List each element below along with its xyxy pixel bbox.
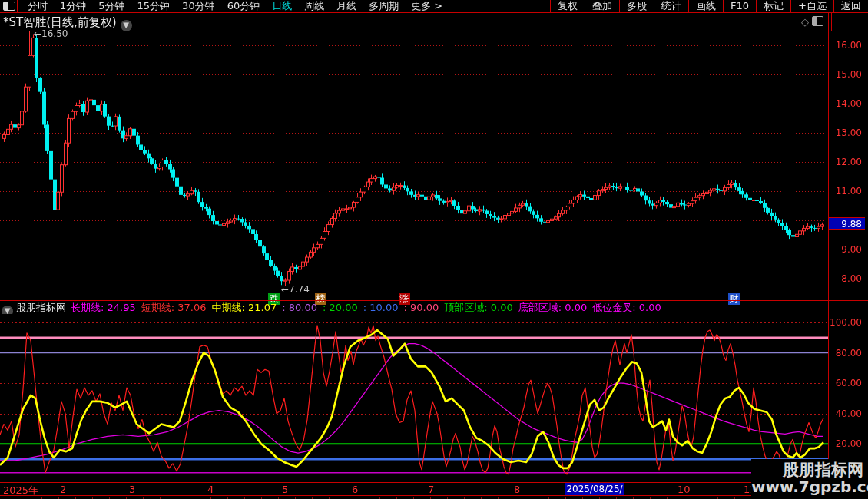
time-axis-month-2: 2 (60, 484, 66, 495)
time-axis-year-label: 2025年 (3, 484, 38, 497)
indicator-field-zhongqixian: 中期线: 21.07 (212, 302, 277, 313)
symbol-title-text: *ST智胜(日线,前复权) (3, 15, 117, 29)
indicator-source-label: 股朋指标网 (16, 302, 66, 313)
indicator-axis-label: 100.00 (830, 317, 862, 328)
indicator-field-diweijincha: 低位金叉: 0.00 (592, 302, 661, 313)
button-statistics[interactable]: 统计 (654, 0, 688, 12)
button-mark[interactable]: 标记 (756, 0, 790, 12)
indicator-field-dingbu: 顶部区域: 0.00 (444, 302, 512, 313)
tab-60min[interactable]: 60分钟 (221, 0, 267, 13)
button-fuquan[interactable]: 复权 (550, 0, 585, 12)
title-right-icons: ◇ (801, 16, 823, 28)
high-price-callout: ←16.50 (34, 28, 68, 39)
period-toolbar: 分时 1分钟 5分钟 15分钟 30分钟 60分钟 日线 周线 月线 多周期 更… (0, 0, 868, 12)
tab-5min[interactable]: 5分钟 (92, 0, 131, 13)
price-axis-label: 12.00 (830, 157, 862, 167)
button-back[interactable]: 返回 (833, 0, 868, 12)
window-layout-icon[interactable] (3, 2, 15, 11)
indicator-axis-label: 60.00 (830, 378, 862, 388)
indicator-field-80: : 80.00 (282, 302, 317, 313)
price-axis-label: 8.00 (830, 273, 862, 284)
time-axis-month-6: 6 (352, 484, 358, 495)
button-add-watchlist[interactable]: +自选 (790, 0, 833, 12)
split-panel-icon[interactable] (812, 16, 823, 26)
watermark: 股朋指标网 www.7gpzb.com (751, 459, 868, 499)
trading-app-window: 分时 1分钟 5分钟 15分钟 30分钟 60分钟 日线 周线 月线 多周期 更… (0, 0, 868, 499)
plot-right-border (828, 13, 829, 482)
price-axis-label: 11.00 (830, 186, 862, 197)
indicator-axis-label: 20.00 (830, 438, 862, 449)
indicator-field-duanqixian: 短期线: 37.06 (141, 302, 207, 313)
time-axis-month-10: 10 (678, 484, 691, 495)
time-axis-month-7: 7 (428, 484, 434, 495)
indicator-axis-label: 40.00 (830, 408, 862, 419)
indicator-collapse-icon[interactable]: ▼ (2, 306, 13, 314)
time-axis-month-5: 5 (282, 484, 288, 495)
symbol-title-bar: *ST智胜(日线,前复权)▼ ◇ (0, 13, 868, 31)
last-price-badge: 9.88 (829, 217, 865, 230)
price-axis-label: 14.00 (830, 98, 862, 109)
title-dropdown-icon[interactable]: ▼ (121, 20, 132, 31)
diamond-icon[interactable]: ◇ (801, 16, 812, 28)
title-divider (831, 13, 832, 31)
button-f10[interactable]: F10 (723, 0, 756, 12)
tab-weekly[interactable]: 周线 (298, 0, 330, 13)
tab-15min[interactable]: 15分钟 (131, 0, 177, 13)
indicator-field-changqixian: 长期线: 24.95 (71, 302, 136, 313)
watermark-site-url: www.7gpzb.com (751, 479, 868, 496)
time-axis-month-3: 3 (129, 484, 135, 495)
tab-more[interactable]: 更多 > (405, 0, 449, 13)
price-axis-label: 16.00 (830, 40, 862, 51)
tab-monthly[interactable]: 月线 (330, 0, 363, 13)
low-price-callout: ←7.74 (281, 284, 310, 295)
tab-fenshi[interactable]: 分时 (22, 0, 54, 13)
indicator-field-10: : 10.00 (363, 302, 399, 313)
indicator-axis-label: 80.00 (830, 348, 862, 359)
button-multi-stock[interactable]: 多股 (619, 0, 654, 12)
selected-date-badge[interactable]: 2025/08/25/— (565, 483, 624, 495)
time-axis-month-4: 4 (207, 484, 214, 495)
price-axis-label: 9.00 (830, 244, 862, 255)
price-axis-label: 15.00 (830, 69, 862, 80)
toolbar-divider (17, 0, 18, 12)
button-draw-line[interactable]: 画线 (688, 0, 723, 12)
tab-multi-period[interactable]: 多周期 (363, 0, 405, 13)
tab-30min[interactable]: 30分钟 (176, 0, 221, 13)
gutter-top-border (828, 31, 868, 31)
tab-1min[interactable]: 1分钟 (54, 0, 92, 13)
watermark-site-name: 股朋指标网 (751, 459, 868, 479)
price-axis-label: 13.00 (830, 127, 862, 138)
price-and-indicator-chart-canvas[interactable] (0, 0, 868, 499)
tab-daily[interactable]: 日线 (266, 0, 298, 13)
indicator-field-dibu: 底部区域: 0.00 (518, 302, 587, 313)
indicator-field-90: : 90.00 (404, 302, 439, 313)
indicator-field-20: : 20.00 (323, 302, 358, 313)
indicator-header: ▼股朋指标网长期线: 24.95短期线: 37.06中期线: 21.07: 80… (0, 301, 828, 314)
action-toolbar: 复权 叠加 多股 统计 画线 F10 标记 +自选 返回 (550, 0, 868, 12)
button-overlay[interactable]: 叠加 (585, 0, 619, 12)
time-axis-month-8: 8 (514, 484, 520, 495)
